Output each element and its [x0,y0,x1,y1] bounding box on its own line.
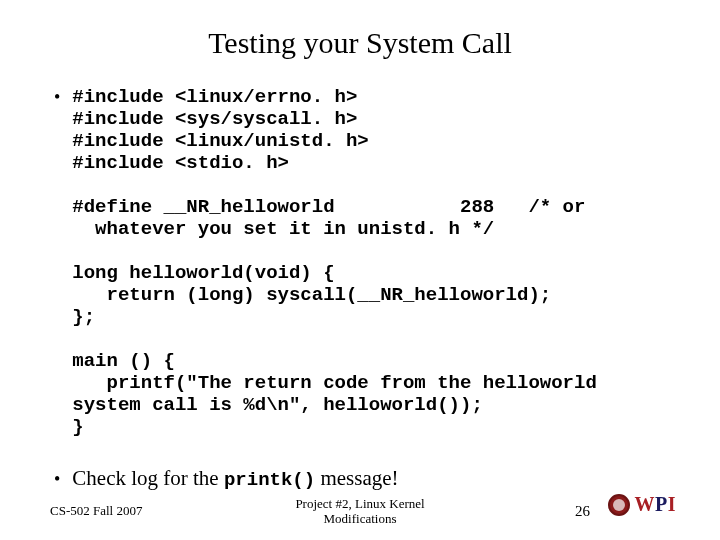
code-func: long helloworld(void) { return (long) sy… [72,262,597,328]
logo-letter-w: W [634,493,655,515]
code-bullet: • #include <linux/errno. h> #include <sy… [54,86,670,438]
logo-letter-p: P [655,493,668,515]
footer-center-line2: Modifications [324,511,397,526]
footer: CS-502 Fall 2007 Project #2, Linux Kerne… [0,496,720,526]
slide-title: Testing your System Call [50,26,670,60]
bullet-dot-icon: • [54,86,60,108]
footer-page-number: 26 [575,503,590,520]
code-define: #define __NR_helloworld 288 /* or whatev… [72,196,597,240]
wpi-logo: WPI [608,493,676,516]
footer-center-line1: Project #2, Linux Kernel [295,496,424,511]
wpi-wordmark: WPI [634,493,676,516]
check-suffix: message! [315,466,398,490]
check-bullet: • Check log for the printk() message! [54,466,670,491]
bullet-dot-icon: • [54,468,60,490]
code-container: #include <linux/errno. h> #include <sys/… [72,86,597,438]
check-text: Check log for the printk() message! [72,466,398,491]
footer-left: CS-502 Fall 2007 [50,503,142,519]
code-includes: #include <linux/errno. h> #include <sys/… [72,86,597,174]
seal-icon [608,494,630,516]
check-prefix: Check log for the [72,466,224,490]
check-code: printk() [224,469,315,491]
code-main: main () { printf("The return code from t… [72,350,597,438]
slide: Testing your System Call • #include <lin… [0,0,720,540]
logo-letter-i: I [668,493,676,515]
